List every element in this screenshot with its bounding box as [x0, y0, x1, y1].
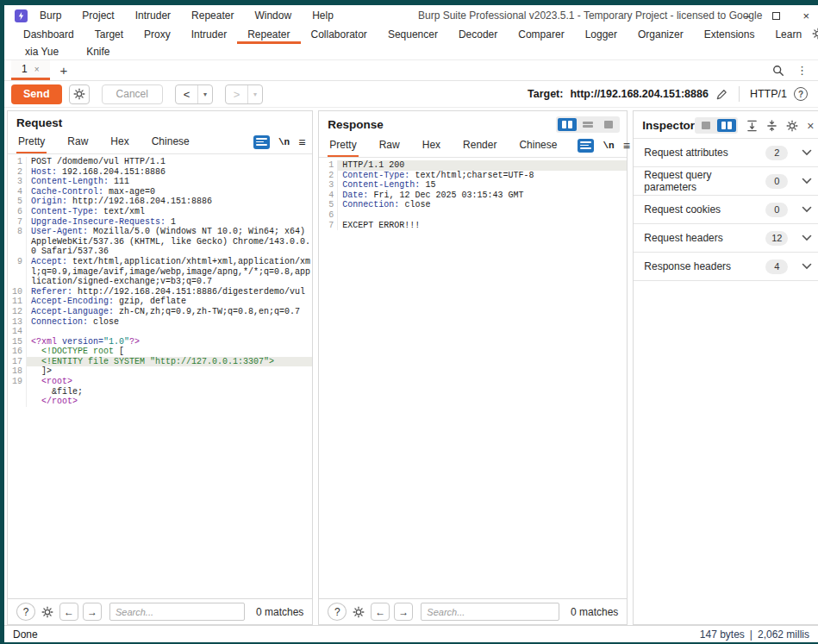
tab-target[interactable]: Target — [84, 26, 134, 44]
editor-menu-icon[interactable]: ≡ — [623, 139, 630, 153]
tab-settings[interactable]: Settings — [812, 26, 818, 44]
inspector-dock-right-icon[interactable] — [717, 119, 736, 132]
menu-window[interactable]: Window — [254, 9, 291, 22]
search-next-button[interactable]: → — [83, 603, 102, 621]
subtab-xia-yue[interactable]: xia Yue — [13, 44, 71, 59]
inspector-section-request-query-parameters[interactable]: Request query parameters0 — [634, 167, 818, 196]
chevron-down-icon[interactable] — [802, 234, 812, 241]
search-next-button[interactable]: → — [394, 603, 413, 621]
code-line: 8User-Agent: Mozilla/5.0 (Windows NT 10.… — [8, 227, 312, 257]
menu-help[interactable]: Help — [312, 9, 334, 22]
repeater-tab-bar: 1 × + ⋮ — [4, 60, 818, 81]
repeater-tab-1[interactable]: 1 × — [11, 60, 50, 80]
chevron-down-icon[interactable] — [802, 206, 812, 213]
help-icon[interactable]: ? — [794, 87, 808, 101]
tab-intruder[interactable]: Intruder — [181, 26, 237, 44]
request-tab-raw[interactable]: Raw — [66, 133, 90, 153]
syntax-highlight-icon[interactable] — [253, 135, 270, 149]
inspector-section-request-cookies[interactable]: Request cookies0 — [634, 196, 818, 224]
request-search-input[interactable] — [109, 603, 245, 621]
cancel-button[interactable]: Cancel — [102, 84, 163, 104]
search-help-icon[interactable]: ? — [16, 603, 35, 621]
send-button[interactable]: Send — [11, 84, 62, 104]
history-back-button[interactable]: < ▾ — [175, 84, 213, 104]
count-badge: 12 — [765, 231, 788, 246]
response-search-input[interactable] — [421, 603, 559, 621]
menu-intruder[interactable]: Intruder — [135, 9, 171, 22]
response-tab-chinese[interactable]: Chinese — [517, 136, 559, 157]
back-arrow[interactable]: < — [176, 85, 198, 103]
inspector-section-response-headers[interactable]: Response headers4 — [634, 253, 818, 281]
layout-single-icon[interactable] — [599, 118, 618, 131]
response-tab-raw[interactable]: Raw — [378, 136, 402, 157]
main-tab-bar: DashboardTargetProxyIntruderRepeaterColl… — [4, 26, 818, 44]
request-panel: Request PrettyRawHexChinese\n≡ 1POST /do… — [7, 110, 313, 625]
inspector-section-request-attributes[interactable]: Request attributes2 — [634, 139, 818, 167]
code-line: 6Content-Type: text/xml — [8, 207, 312, 217]
tab-comparer[interactable]: Comparer — [508, 26, 574, 44]
tab-logger[interactable]: Logger — [575, 26, 628, 44]
search-help-icon[interactable]: ? — [328, 603, 347, 621]
search-icon[interactable] — [772, 65, 784, 77]
request-tab-chinese[interactable]: Chinese — [150, 133, 191, 153]
maximize-button[interactable] — [772, 12, 780, 20]
add-tab-button[interactable]: + — [50, 60, 78, 80]
menu-burp[interactable]: Burp — [40, 9, 61, 22]
tab-extensions[interactable]: Extensions — [694, 26, 765, 44]
response-tab-hex[interactable]: Hex — [421, 136, 442, 157]
chevron-down-icon[interactable] — [802, 178, 812, 184]
search-prev-button[interactable]: ← — [59, 603, 78, 621]
show-newlines-icon[interactable]: \n — [278, 137, 290, 147]
code-line: 3Content-Length: 111 — [8, 177, 312, 187]
chevron-down-icon[interactable] — [802, 149, 812, 156]
search-settings-icon[interactable] — [40, 603, 55, 621]
inspector-sections: Request attributes2Request query paramet… — [634, 139, 818, 281]
tab-dashboard[interactable]: Dashboard — [13, 26, 84, 44]
tab-repeater[interactable]: Repeater — [237, 26, 300, 44]
search-prev-button[interactable]: ← — [371, 603, 390, 621]
tab-close-icon[interactable]: × — [34, 65, 40, 74]
layout-columns-icon[interactable] — [558, 118, 577, 131]
response-tab-pretty[interactable]: Pretty — [328, 136, 358, 157]
close-button[interactable]: × — [802, 9, 809, 22]
request-editor[interactable]: 1POST /domdemo/vul HTTP/1.12Host: 192.16… — [8, 154, 312, 598]
code-line: 1HTTP/1.1 200 — [319, 160, 627, 171]
tab-collaborator[interactable]: Collaborator — [301, 26, 378, 44]
show-newlines-icon[interactable]: \n — [603, 141, 614, 151]
tab-decoder[interactable]: Decoder — [448, 26, 508, 44]
inspector-close-icon[interactable]: × — [807, 119, 814, 133]
tab-organizer[interactable]: Organizer — [628, 26, 694, 44]
inspector-section-request-headers[interactable]: Request headers12 — [634, 224, 818, 253]
request-tab-hex[interactable]: Hex — [109, 133, 130, 153]
history-forward-button[interactable]: > ▾ — [225, 84, 263, 104]
tab-sequencer[interactable]: Sequencer — [378, 26, 448, 44]
collapse-all-icon[interactable] — [766, 120, 777, 132]
http-version-label[interactable]: HTTP/1 — [750, 88, 787, 100]
response-editor[interactable]: 1HTTP/1.1 2002Content-Type: text/html;ch… — [319, 158, 627, 598]
layout-rows-icon[interactable] — [578, 118, 597, 131]
response-tab-render[interactable]: Render — [461, 136, 498, 157]
minimize-button[interactable]: – — [744, 9, 750, 22]
back-dropdown-icon[interactable]: ▾ — [198, 85, 212, 103]
code-line: 9Accept: text/html,application/xhtml+xml… — [8, 257, 312, 287]
tab-learn[interactable]: Learn — [765, 26, 812, 44]
search-settings-icon[interactable] — [351, 603, 366, 621]
menu-project[interactable]: Project — [82, 9, 114, 22]
chevron-down-icon[interactable] — [802, 263, 812, 270]
editor-menu-icon[interactable]: ≡ — [298, 135, 305, 149]
subtab-knife[interactable]: Knife — [74, 44, 122, 59]
send-settings-button[interactable] — [69, 84, 90, 104]
tab-proxy[interactable]: Proxy — [134, 26, 181, 44]
edit-target-pencil-icon[interactable] — [715, 88, 728, 101]
inspector-settings-icon[interactable] — [786, 120, 798, 132]
menu-repeater[interactable]: Repeater — [191, 9, 234, 22]
count-badge: 2 — [765, 146, 788, 160]
kebab-menu-icon[interactable]: ⋮ — [796, 64, 808, 77]
inspector-dock-left-icon[interactable] — [696, 119, 715, 132]
code-line: 11Accept-Encoding: gzip, deflate — [8, 297, 312, 307]
syntax-highlight-icon[interactable] — [578, 139, 594, 153]
burp-window: BurpProjectIntruderRepeaterWindowHelp Bu… — [4, 5, 818, 642]
window-title: Burp Suite Professional v2023.5.1 - Temp… — [418, 9, 762, 22]
request-tab-pretty[interactable]: Pretty — [16, 133, 47, 153]
expand-all-icon[interactable] — [746, 120, 758, 132]
